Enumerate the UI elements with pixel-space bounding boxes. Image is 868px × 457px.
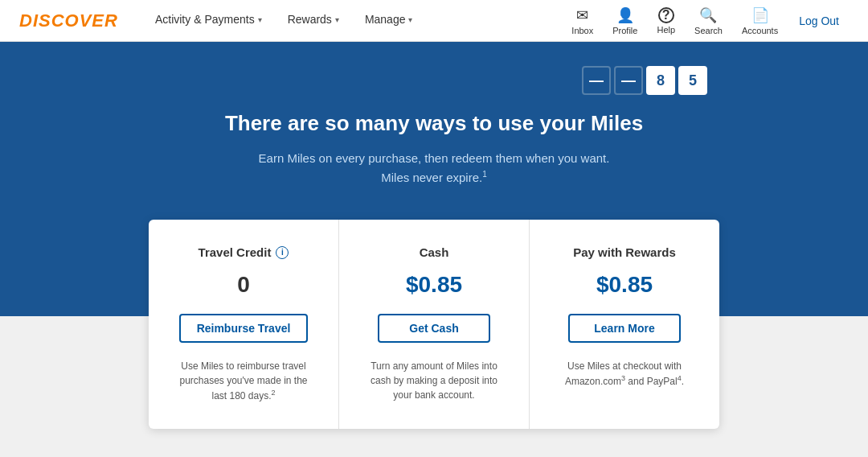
accounts-label: Accounts <box>742 26 778 35</box>
discover-logo[interactable]: DISCOVER <box>19 10 118 31</box>
accounts-icon: 📄 <box>751 6 769 24</box>
search-icon: 🔍 <box>699 6 717 24</box>
pay-with-rewards-title: Pay with Rewards <box>552 245 697 259</box>
search-button[interactable]: 🔍 Search <box>686 2 731 40</box>
miles-tile-1: — <box>614 66 643 95</box>
learn-more-button[interactable]: Learn More <box>568 314 681 343</box>
chevron-down-icon: ▾ <box>408 15 412 24</box>
inbox-icon: ✉ <box>576 6 588 24</box>
nav-icons: ✉ Inbox 👤 Profile ? Help 🔍 Search 📄 Acco… <box>563 2 849 40</box>
travel-credit-description: Use Miles to reimburse travel purchases … <box>171 359 316 403</box>
miles-tile-3: 5 <box>678 66 707 95</box>
nav-rewards-label: Rewards <box>288 13 332 26</box>
search-label: Search <box>694 26 723 35</box>
nav-manage[interactable]: Manage ▾ <box>354 0 424 42</box>
logout-button[interactable]: Log Out <box>789 14 849 27</box>
nav-activity-payments[interactable]: Activity & Payments ▾ <box>144 0 273 42</box>
cards-section: Travel Credit i 0 Reimburse Travel Use M… <box>0 220 868 429</box>
profile-label: Profile <box>612 26 637 35</box>
reimburse-travel-button[interactable]: Reimburse Travel <box>179 314 309 343</box>
help-icon: ? <box>658 7 674 23</box>
chevron-down-icon: ▾ <box>258 15 262 24</box>
nav-activity-payments-label: Activity & Payments <box>155 13 255 26</box>
miles-tile-2: 8 <box>646 66 675 95</box>
help-button[interactable]: ? Help <box>649 2 683 39</box>
accounts-button[interactable]: 📄 Accounts <box>734 2 786 40</box>
cards-container: Travel Credit i 0 Reimburse Travel Use M… <box>149 220 719 429</box>
chevron-down-icon: ▾ <box>335 15 339 24</box>
cash-title: Cash <box>362 245 506 259</box>
footnote-2: 2 <box>272 389 276 397</box>
get-cash-button[interactable]: Get Cash <box>378 314 490 343</box>
pay-with-rewards-description: Use Miles at checkout with Amazon.com3 a… <box>552 359 697 389</box>
nav-manage-label: Manage <box>365 13 406 26</box>
cash-amount: $0.85 <box>362 272 506 298</box>
inbox-button[interactable]: ✉ Inbox <box>563 2 601 40</box>
travel-credit-amount: 0 <box>171 272 316 298</box>
inbox-label: Inbox <box>571 26 593 35</box>
miles-display: — — 8 5 <box>0 66 868 95</box>
profile-icon: 👤 <box>616 6 634 24</box>
profile-button[interactable]: 👤 Profile <box>604 2 645 40</box>
travel-credit-title: Travel Credit i <box>171 245 316 259</box>
travel-credit-panel: Travel Credit i 0 Reimburse Travel Use M… <box>149 220 339 429</box>
nav-links: Activity & Payments ▾ Rewards ▾ Manage ▾ <box>144 0 563 42</box>
miles-tiles: — — 8 5 <box>582 66 707 95</box>
help-label: Help <box>657 25 675 35</box>
cash-panel: Cash $0.85 Get Cash Turn any amount of M… <box>339 220 530 429</box>
pay-with-rewards-amount: $0.85 <box>552 272 697 298</box>
miles-tile-0: — <box>582 66 611 95</box>
hero-subtitle: Earn Miles on every purchase, then redee… <box>0 149 868 187</box>
footer-area <box>0 429 868 457</box>
nav-rewards[interactable]: Rewards ▾ <box>276 0 350 42</box>
hero-title: There are so many ways to use your Miles <box>0 111 868 136</box>
cash-description: Turn any amount of Miles into cash by ma… <box>362 359 506 402</box>
info-icon[interactable]: i <box>276 246 289 259</box>
footnote-1: 1 <box>482 170 487 179</box>
pay-with-rewards-panel: Pay with Rewards $0.85 Learn More Use Mi… <box>530 220 719 429</box>
navbar: DISCOVER Activity & Payments ▾ Rewards ▾… <box>0 0 868 42</box>
